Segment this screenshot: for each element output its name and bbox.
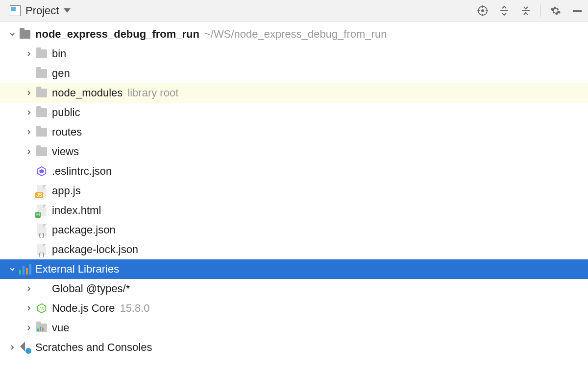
- tree-item-label: app.js: [52, 184, 81, 197]
- tree-item-label: index.html: [52, 204, 101, 217]
- tree-item-routes[interactable]: routes: [0, 122, 588, 142]
- folder-icon: [18, 30, 32, 39]
- svg-rect-9: [573, 10, 582, 12]
- collapse-all-button[interactable]: [519, 4, 533, 18]
- folder-icon: [34, 89, 49, 97]
- svg-marker-11: [39, 169, 44, 173]
- hide-panel-button[interactable]: [570, 4, 584, 18]
- tree-item-label: node_express_debug_from_run: [35, 28, 199, 41]
- tree-item-vue[interactable]: vue: [0, 318, 588, 338]
- chevron-right-icon[interactable]: [7, 342, 18, 353]
- tree-item-suffix: 15.8.0: [120, 302, 149, 315]
- tree-item-label: vue: [52, 322, 69, 334]
- project-tool-header: Project: [0, 0, 588, 22]
- tree-item-suffix: library root: [127, 87, 178, 99]
- expand-all-button[interactable]: [497, 4, 511, 18]
- tree-item-eslintrc[interactable]: .eslintrc.json: [0, 161, 588, 181]
- settings-button[interactable]: [549, 4, 563, 18]
- tree-external-libraries[interactable]: External Libraries: [0, 259, 588, 279]
- libraries-icon: [18, 264, 32, 275]
- svg-marker-0: [64, 8, 71, 13]
- spacer: [24, 244, 34, 255]
- chevron-down-icon[interactable]: [7, 29, 18, 40]
- project-tree[interactable]: node_express_debug_from_run ~/WS/node_ex…: [0, 22, 588, 357]
- js-file-icon: JS: [34, 185, 49, 197]
- tree-item-node-modules[interactable]: node_modules library root: [0, 83, 588, 103]
- tree-item-package-lock[interactable]: { } package-lock.json: [0, 240, 588, 259]
- folder-icon: [34, 108, 49, 117]
- tree-item-label: views: [52, 145, 79, 158]
- folder-icon: [34, 49, 49, 58]
- tree-item-package-json[interactable]: { } package.json: [0, 220, 588, 240]
- spacer: [24, 225, 34, 235]
- tree-item-label: Global @types/*: [52, 282, 130, 295]
- json-file-icon: { }: [34, 224, 49, 236]
- tree-item-global-types[interactable]: Global @types/*: [0, 279, 588, 299]
- tree-item-label: package.json: [52, 224, 116, 236]
- chevron-right-icon[interactable]: [24, 48, 34, 59]
- tree-scratches[interactable]: Scratches and Consoles: [0, 338, 588, 357]
- tree-item-gen[interactable]: gen: [0, 64, 588, 83]
- tree-item-index-html[interactable]: H index.html: [0, 201, 588, 220]
- tree-item-label: gen: [52, 67, 70, 80]
- tree-item-label: node_modules: [52, 87, 122, 99]
- chevron-right-icon[interactable]: [24, 323, 34, 333]
- chevron-right-icon[interactable]: [24, 127, 34, 138]
- project-view-selector[interactable]: Project: [10, 4, 476, 17]
- scratches-icon: [18, 342, 32, 353]
- tree-item-label: Scratches and Consoles: [35, 341, 152, 354]
- tree-item-label: public: [52, 106, 80, 119]
- locate-file-button[interactable]: [476, 4, 490, 18]
- svg-point-2: [482, 10, 484, 12]
- spacer: [24, 166, 34, 177]
- tree-item-app-js[interactable]: JS app.js: [0, 181, 588, 201]
- eslint-icon: [34, 166, 49, 177]
- folder-icon: [34, 69, 49, 78]
- tree-item-views[interactable]: views: [0, 142, 588, 161]
- tree-item-label: Node.js Core: [52, 302, 115, 315]
- folder-icon: [34, 128, 49, 137]
- nodejs-icon: JS: [34, 303, 49, 314]
- tree-item-label: External Libraries: [35, 263, 119, 276]
- spacer: [24, 205, 34, 216]
- chevron-right-icon[interactable]: [24, 303, 34, 314]
- chevron-right-icon[interactable]: [24, 146, 34, 157]
- folder-icon: [34, 147, 49, 156]
- tree-item-path: ~/WS/node_express_debug_from_run: [204, 28, 387, 41]
- chevron-right-icon[interactable]: [24, 88, 34, 98]
- tree-item-public[interactable]: public: [0, 103, 588, 122]
- svg-text:JS: JS: [39, 307, 44, 311]
- spacer: [24, 68, 34, 79]
- json-file-icon: { }: [34, 244, 49, 255]
- toolbar-divider: [540, 4, 541, 17]
- chevron-right-icon[interactable]: [24, 107, 34, 118]
- tree-item-label: routes: [52, 126, 82, 138]
- project-view-label: Project: [25, 4, 59, 17]
- tree-item-bin[interactable]: bin: [0, 44, 588, 64]
- tree-item-label: package-lock.json: [52, 243, 138, 256]
- tree-project-root[interactable]: node_express_debug_from_run ~/WS/node_ex…: [0, 24, 588, 44]
- html-file-icon: H: [34, 205, 49, 216]
- tree-item-label: .eslintrc.json: [52, 165, 112, 178]
- library-folder-icon: [34, 323, 49, 332]
- chevron-down-icon: [64, 8, 71, 13]
- spacer: [24, 185, 34, 196]
- project-icon: [10, 5, 21, 16]
- chevron-down-icon[interactable]: [7, 264, 18, 275]
- chevron-right-icon[interactable]: [24, 283, 34, 294]
- tree-item-label: bin: [52, 47, 66, 60]
- tree-item-nodejs-core[interactable]: JS Node.js Core 15.8.0: [0, 299, 588, 318]
